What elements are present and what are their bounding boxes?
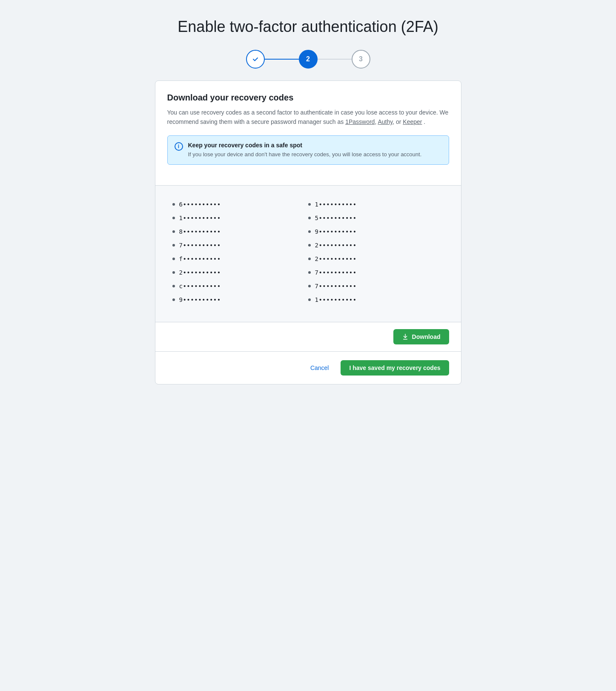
list-item: 9••••••••••: [308, 225, 444, 238]
info-text: Keep your recovery codes in a safe spot …: [188, 142, 422, 159]
card-footer: Cancel I have saved my recovery codes: [155, 352, 461, 384]
stepper: 2 3: [155, 50, 461, 69]
cancel-button[interactable]: Cancel: [305, 361, 334, 375]
codes-grid: 6••••••••••1••••••••••8••••••••••7••••••…: [172, 198, 444, 307]
code-value: f••••••••••: [179, 255, 221, 262]
code-value: 1••••••••••: [315, 296, 357, 303]
code-bullet: [308, 203, 311, 206]
code-bullet: [172, 244, 175, 247]
code-value: 7••••••••••: [315, 269, 357, 276]
page-container: Enable two-factor authentication (2FA) 2…: [155, 17, 461, 384]
codes-area: 6••••••••••1••••••••••8••••••••••7••••••…: [155, 185, 461, 322]
info-box-title: Keep your recovery codes in a safe spot: [188, 142, 422, 149]
codes-left-col: 6••••••••••1••••••••••8••••••••••7••••••…: [172, 198, 308, 307]
list-item: 6••••••••••: [172, 198, 308, 211]
code-bullet: [308, 244, 311, 247]
code-bullet: [308, 298, 311, 301]
code-value: 7••••••••••: [315, 283, 357, 290]
code-value: 9••••••••••: [315, 228, 357, 235]
code-bullet: [308, 230, 311, 233]
list-item: 7••••••••••: [172, 238, 308, 252]
code-value: 1••••••••••: [179, 215, 221, 221]
link-1password[interactable]: 1Password: [345, 118, 375, 125]
main-card: Download your recovery codes You can use…: [155, 80, 461, 384]
step-1: [246, 50, 265, 69]
list-item: f••••••••••: [172, 252, 308, 266]
code-value: 8••••••••••: [179, 228, 221, 235]
list-item: c••••••••••: [172, 279, 308, 293]
card-description: You can use recovery codes as a second f…: [167, 108, 449, 127]
download-button-label: Download: [412, 333, 441, 340]
list-item: 7••••••••••: [308, 266, 444, 279]
list-item: 2••••••••••: [308, 238, 444, 252]
card-body: Download your recovery codes You can use…: [155, 81, 461, 185]
code-bullet: [172, 258, 175, 260]
code-value: 2••••••••••: [179, 269, 221, 276]
info-box: i Keep your recovery codes in a safe spo…: [167, 135, 449, 165]
info-box-body: If you lose your device and don't have t…: [188, 150, 422, 159]
codes-right-col: 1••••••••••5••••••••••9••••••••••2••••••…: [308, 198, 444, 307]
code-bullet: [308, 285, 311, 287]
code-value: 1••••••••••: [315, 201, 357, 208]
code-bullet: [308, 217, 311, 219]
code-value: 6••••••••••: [179, 201, 221, 208]
info-icon: i: [175, 142, 183, 151]
code-value: 7••••••••••: [179, 242, 221, 249]
code-value: c••••••••••: [179, 283, 221, 290]
step-2: 2: [299, 50, 318, 69]
code-bullet: [172, 298, 175, 301]
code-value: 2••••••••••: [315, 242, 357, 249]
list-item: 7••••••••••: [308, 279, 444, 293]
list-item: 9••••••••••: [172, 293, 308, 307]
list-item: 1••••••••••: [308, 198, 444, 211]
confirm-button[interactable]: I have saved my recovery codes: [341, 360, 449, 376]
list-item: 2••••••••••: [308, 252, 444, 266]
step-line-1: [265, 59, 299, 60]
page-title: Enable two-factor authentication (2FA): [155, 17, 461, 36]
code-bullet: [172, 285, 175, 287]
code-value: 9••••••••••: [179, 296, 221, 303]
link-authy[interactable]: Authy: [378, 118, 393, 125]
code-bullet: [172, 203, 175, 206]
step-3: 3: [352, 50, 370, 69]
list-item: 2••••••••••: [172, 266, 308, 279]
code-bullet: [172, 271, 175, 274]
section-title: Download your recovery codes: [167, 93, 449, 103]
step-line-2: [318, 59, 352, 60]
list-item: 8••••••••••: [172, 225, 308, 238]
code-bullet: [308, 271, 311, 274]
download-row: Download: [155, 322, 461, 352]
code-value: 2••••••••••: [315, 255, 357, 262]
code-value: 5••••••••••: [315, 215, 357, 221]
download-button[interactable]: Download: [393, 329, 449, 344]
code-bullet: [308, 258, 311, 260]
list-item: 5••••••••••: [308, 211, 444, 225]
list-item: 1••••••••••: [308, 293, 444, 307]
list-item: 1••••••••••: [172, 211, 308, 225]
code-bullet: [172, 230, 175, 233]
link-keeper[interactable]: Keeper: [403, 118, 422, 125]
code-bullet: [172, 217, 175, 219]
